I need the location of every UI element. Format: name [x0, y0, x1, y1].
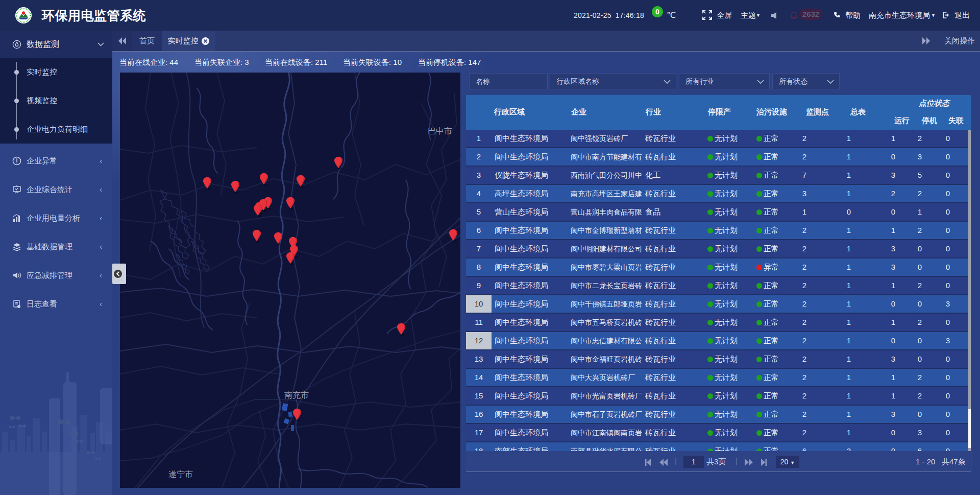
svg-text:遂宁市: 遂宁市: [168, 470, 193, 479]
svg-text:南充市: 南充市: [284, 391, 309, 399]
svg-text:巴中市: 巴中市: [428, 127, 452, 135]
